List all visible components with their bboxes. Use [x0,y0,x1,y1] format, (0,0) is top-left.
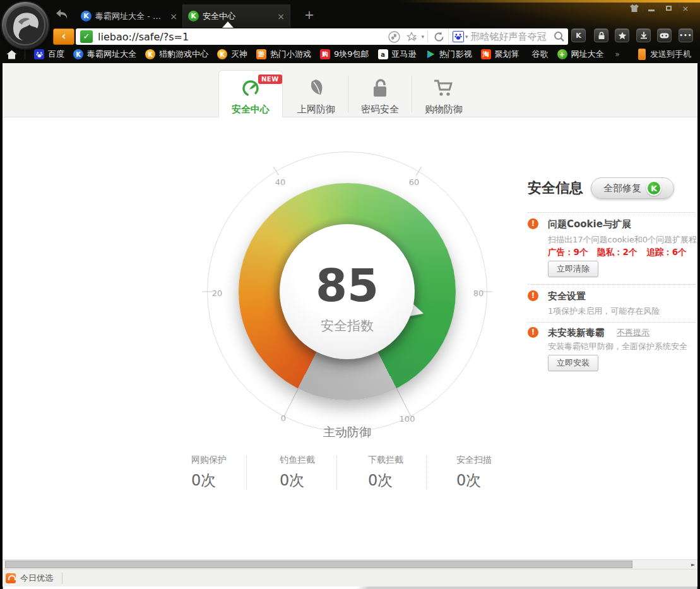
dismiss-link[interactable]: 不再提示 [617,327,650,338]
bookmark-baidu[interactable]: 百度 [34,49,64,60]
stat-download-block: 下载拦截 0次 [368,455,450,491]
tab-close-icon[interactable]: × [170,11,177,21]
fix-all-label: 全部修复 [603,182,641,194]
bookmark-google[interactable]: 谷歌 [528,49,549,60]
warning-icon: ! [528,290,538,301]
bookmark-star-icon[interactable] [406,32,417,42]
favorites-star-button[interactable] [615,28,629,42]
tab-title: 安全中心 [203,11,273,22]
search-magnifier-icon[interactable] [554,31,565,42]
address-bar[interactable]: ✓ liebao://safe/?s=1 ▾ ▾ [76,28,568,45]
issue-settings-title: 安全设置 [548,290,586,302]
bookmark-site-nav[interactable]: + 网址大全 [557,49,604,60]
close-window-button[interactable]: × [677,3,694,14]
tab-label: 密码安全 [348,104,412,116]
stat-value: 0次 [368,470,450,491]
bookmark-juhuasuan[interactable]: 淘 聚划算 [481,49,519,60]
mieshen-icon: K [217,49,227,59]
restore-button[interactable] [660,3,677,14]
privacy-lock-button[interactable] [594,28,608,42]
daily-picks-label[interactable]: 今日优选 [20,573,53,584]
stat-label: 安全扫描 [456,455,538,466]
fan-accelerate-icon[interactable] [388,31,400,43]
bookmark-movies[interactable]: 热门影视 [425,49,472,60]
divider [427,31,428,42]
search-input[interactable] [470,30,550,43]
lock-icon [348,76,412,98]
tab-close-icon[interactable]: × [277,11,285,21]
scrollbar-thumb[interactable] [5,561,632,568]
divider [528,284,695,285]
tracking-count: 追踪：6个 [646,247,686,257]
bookmark-duba-nav[interactable]: K 毒霸网址大全 [73,49,136,60]
new-badge: NEW [258,74,282,84]
stat-label: 下载拦截 [368,455,450,466]
security-info-title: 安全信息 [528,179,583,198]
tab-label: 安全中心 [219,104,282,116]
minimize-button[interactable] [643,3,660,14]
menu-ellipsis-button[interactable]: ••• [679,28,693,42]
liebao-cheetah-logo[interactable] [2,2,49,49]
skin-theme-icon[interactable] [626,3,643,14]
issue-cookie-title: 问题Cookie与扩展 [548,218,631,230]
bookmark-mini-games[interactable]: 游 热门小游戏 [256,49,311,60]
clean-now-button[interactable]: 立即清除 [548,261,598,277]
search-box[interactable]: ▾ [448,28,568,45]
scale-0: 0 [281,413,286,423]
tab-security-center[interactable]: K 安全中心 × [183,4,290,28]
issue-duba-desc: 安装毒霸铠甲防御，全面保护系统安全 [548,341,687,352]
send-to-phone-button[interactable]: 发送到手机 [638,49,691,60]
issue-cookie-detail: 广告：9个 隐私：2个 追踪：6个 [548,247,693,258]
back-button[interactable]: ‹ [53,28,74,45]
horizontal-scrollbar[interactable]: ◄ ► [3,559,697,569]
scroll-right-arrow[interactable]: ► [689,560,697,569]
stat-security-scan: 安全扫描 0次 [456,455,538,491]
daily-picks-bag-icon [6,573,16,583]
game-center-icon: K [145,49,155,59]
kingsoft-k-button[interactable]: K [571,28,586,42]
window-controls: × [626,3,694,14]
tab-security-center-feature[interactable]: NEW 安全中心 [218,70,283,117]
history-back-arrow-icon[interactable] [54,8,69,21]
scale-60: 60 [409,177,420,187]
install-now-button[interactable]: 立即安装 [548,355,598,371]
security-center-page: NEW 安全中心 上网防御 密码安全 购物防御 [3,63,697,559]
baidu-paw-icon [34,49,44,59]
browser-chrome: K 毒霸网址大全 - 安全... × K 安全中心 × + × [0,0,700,63]
downloads-button[interactable] [636,28,651,42]
status-bar: 今日优选 [3,569,697,586]
tab-title: 毒霸网址大全 - 安全... [95,11,166,22]
active-defense-label: 主动防御 [202,424,492,441]
feature-tab-bar: NEW 安全中心 上网防御 密码安全 购物防御 [3,63,697,117]
amazon-icon: a [378,49,388,59]
new-tab-button[interactable]: + [304,9,314,20]
browser-window: K 毒霸网址大全 - 安全... × K 安全中心 × + × [0,0,700,589]
search-engine-caret-icon[interactable]: ▾ [465,33,468,40]
refresh-icon[interactable] [433,31,445,43]
bookmarks-bar: 百度 K 毒霸网址大全 K 猎豹游戏中心 K 灭神 游 热门小游戏 购 9块9包… [0,45,700,63]
star-caret-icon[interactable]: ▾ [421,33,424,40]
tab-password-safety[interactable]: 密码安全 [348,71,412,117]
bookmark-amazon[interactable]: a 亚马逊 [378,49,417,60]
bookmarks-overflow-icon[interactable]: » [615,50,620,59]
shopping-gou-icon: 购 [320,49,330,59]
tab-shopping-defense[interactable]: 购物防御 [412,71,476,117]
tab-label: 上网防御 [284,104,348,116]
site-safety-check-icon[interactable]: ✓ [80,30,93,43]
scale-100: 100 [400,414,415,424]
stat-label: 网购保护 [191,455,273,466]
privacy-count: 隐私：2个 [597,247,637,257]
bookmark-game-center[interactable]: K 猎豹游戏中心 [145,49,208,60]
games-gamepad-button[interactable] [657,28,672,42]
url-text[interactable]: liebao://safe/?s=1 [98,31,189,43]
phone-icon [638,49,646,60]
tab-duba-site[interactable]: K 毒霸网址大全 - 安全... × [76,4,183,28]
baidu-paw-icon[interactable] [453,31,464,42]
home-button[interactable] [6,50,17,59]
tab-web-defense[interactable]: 上网防御 [284,71,348,117]
bookmark-mieshen[interactable]: K 灭神 [217,49,247,60]
bookmark-9kuai9[interactable]: 购 9块9包邮 [320,49,369,60]
fix-all-button[interactable]: 全部修复 K [591,177,674,199]
stat-phishing-block: 钓鱼拦截 0次 [280,455,362,491]
divider [528,322,695,323]
